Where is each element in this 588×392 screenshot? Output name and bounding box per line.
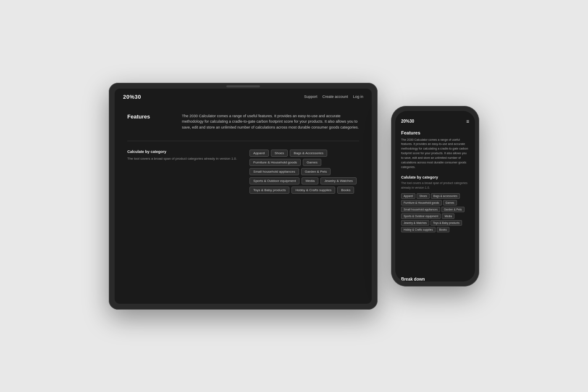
phone-tag-item[interactable]: Bags & accessories [431, 193, 460, 199]
tablet-screen: 20%30 Support Create account Log in Feat… [115, 89, 372, 304]
tablet-tag-item[interactable]: Small household appliances [249, 168, 299, 175]
phone-category-title: Calulate by category [401, 175, 469, 179]
phone-tag-item[interactable]: Small household appliances [401, 207, 440, 212]
phone-menu-icon[interactable]: ≡ [466, 118, 469, 124]
phone-features-label: Features [401, 130, 469, 135]
tablet-category-desc: The tool covers a broad span of product … [127, 156, 237, 161]
tablet-tag-item[interactable]: Jewelry & Watches [320, 177, 357, 184]
tablet-top-bar [226, 85, 260, 87]
phone-logo: 20%30 [401, 119, 414, 124]
devices-wrapper: 20%30 Support Create account Log in Feat… [109, 83, 479, 310]
tablet-divider [127, 141, 359, 141]
phone-category-desc: The tool covers a broad span of product … [401, 181, 469, 190]
tablet-tag-item[interactable]: Books [337, 187, 354, 194]
tablet-nav-login[interactable]: Log in [353, 95, 363, 99]
phone-tag-item[interactable]: Hobby & Crafts supplies [401, 227, 436, 232]
tablet-features-text: The 2030 Calculator comes a range of use… [182, 113, 359, 131]
phone-tag-item[interactable]: Jewelry & Watches [401, 220, 429, 226]
phone-features-text: The 2030 Calculator comes a range of use… [401, 138, 469, 170]
phone-screen: 20%30 ≡ Features The 2030 Calculator com… [395, 111, 475, 282]
tablet-features-section: Features The 2030 Calculator comes a ran… [127, 113, 359, 131]
phone-tags: ApparelShoesBags & accessoriesFurniture … [401, 193, 469, 232]
phone-notch [423, 111, 448, 115]
phone-content: Features The 2030 Calculator comes a ran… [395, 127, 475, 274]
tablet-tag-item[interactable]: Games [303, 159, 321, 166]
phone-tag-item[interactable]: Books [437, 227, 449, 232]
tablet-tag-item[interactable]: Furniture & Household goods [249, 159, 301, 166]
tablet-nav-links: Support Create account Log in [304, 95, 363, 99]
phone-tag-item[interactable]: Garden & Pets [441, 207, 465, 212]
tablet-nav: 20%30 Support Create account Log in [115, 89, 372, 105]
tablet-tag-item[interactable]: Shoes [271, 150, 288, 157]
tablet-content: Features The 2030 Calculator comes a ran… [115, 105, 372, 304]
tablet-tag-item[interactable]: Toys & Baby products [249, 187, 289, 194]
phone-tag-item[interactable]: Furniture & Household goods [401, 200, 442, 205]
tablet-tags: ApparelShoesBags & AccessoriesFurniture … [249, 150, 359, 194]
tablet-tag-item[interactable]: Sports & Outdoor equipment [249, 177, 299, 184]
phone-device: 20%30 ≡ Features The 2030 Calculator com… [391, 106, 479, 287]
phone-tag-item[interactable]: Sports & Outdoor equipment [401, 213, 441, 219]
tablet-tag-item[interactable]: Bags & Accessories [290, 150, 327, 157]
phone-tag-item[interactable]: Shoes [417, 193, 429, 199]
phone-tag-item[interactable]: Apparel [401, 193, 415, 199]
phone-tag-item[interactable]: Media [442, 213, 454, 219]
tablet-tag-item[interactable]: Media [302, 177, 318, 184]
tablet-category-section: Calculate by category The tool covers a … [127, 150, 359, 194]
phone-break-down: Break down [395, 274, 475, 282]
tablet-nav-support[interactable]: Support [304, 95, 318, 99]
tablet-tag-item[interactable]: Garden & Pets [301, 168, 331, 175]
tablet-nav-create-account[interactable]: Create account [322, 95, 348, 99]
tablet-features-label: Features [127, 113, 169, 131]
tablet-category-title: Calculate by category [127, 150, 237, 154]
phone-tag-item[interactable]: Toys & Baby products [430, 220, 462, 226]
phone-tag-item[interactable]: Games [443, 200, 457, 205]
tablet-device: 20%30 Support Create account Log in Feat… [109, 83, 378, 310]
tablet-tag-item[interactable]: Apparel [249, 150, 269, 157]
tablet-logo: 20%30 [123, 94, 141, 100]
tablet-tag-item[interactable]: Hobby & Crafts supplies [291, 187, 335, 194]
tablet-category-left: Calculate by category The tool covers a … [127, 150, 237, 194]
